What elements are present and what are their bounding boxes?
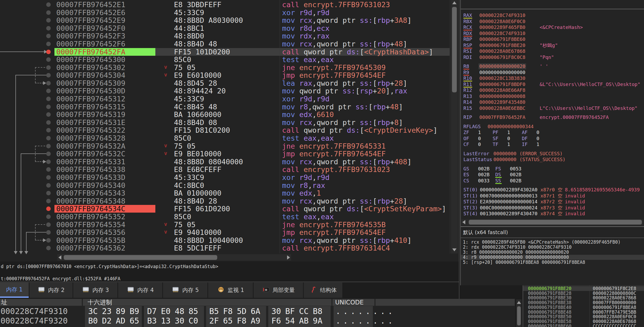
dump-byte[interactable]: AB <box>189 326 198 327</box>
segment-row[interactable]: CS0033SS002B <box>461 178 644 184</box>
disasm-row[interactable]: 00007FFB9764530085C0test eax,eax <box>0 56 450 63</box>
breakpoint-dot-icon[interactable] <box>46 50 51 54</box>
dump-byte[interactable]: 6A <box>251 307 260 316</box>
argument-row[interactable]: 1: rcx 000002289F465FB0 <&CPCreateHash> … <box>461 240 644 245</box>
bytes-cell[interactable]: E8 3DBDFEFF <box>174 1 221 8</box>
register-row-rbx[interactable]: RBX00000228A0E6F0C0 <box>461 19 644 25</box>
disasm-row[interactable]: 00007FFB9764532885C0test eax,eax <box>0 134 450 142</box>
flags-row[interactable]: OF0SF0DF0 <box>461 136 644 142</box>
address-cell[interactable]: 00007FFB97645328 <box>54 134 155 142</box>
breakpoint-slot-icon[interactable] <box>46 57 51 62</box>
instruction-cell[interactable]: xor r9d,r9d <box>282 9 330 16</box>
register-row-r9[interactable]: R90000000000000000 <box>461 70 644 76</box>
address-cell[interactable]: 00007FFB9764535B <box>54 236 155 244</box>
bytes-cell[interactable]: 48:8B8D A8030000 <box>174 16 243 24</box>
address-cell[interactable]: 00007FFB9764532A <box>54 142 155 150</box>
register-row-rdx[interactable]: RDX00000228C74F9310 <box>461 31 644 37</box>
dump-byte[interactable]: AB <box>209 326 219 327</box>
dump-vscroll-thumb[interactable] <box>517 306 521 325</box>
register-row-r14[interactable]: R14000002289F435480 <box>461 99 644 105</box>
bytes-cell[interactable]: FF15 D81C0200 <box>174 126 230 134</box>
instruction-cell[interactable]: call qword ptr ds:[<CryptHashData>] <box>282 48 433 56</box>
instruction-cell[interactable]: mov rdx,rax <box>282 32 330 40</box>
register-row-r12[interactable]: R1200000228A0E66AF8 <box>461 87 644 93</box>
dump-header-address[interactable]: 址 <box>1 299 7 306</box>
address-cell[interactable]: 00007FFB97645312 <box>54 95 155 103</box>
bytes-cell[interactable]: 75 05 <box>174 142 195 150</box>
argument-row[interactable]: 2: rdx 00000228C74F9310 00000228C74F9310 <box>461 245 644 250</box>
register-row-r15[interactable]: R1500000228A0E6EBBCL"C:\\Users\\HelloCTF… <box>461 105 644 111</box>
register-row-rsp[interactable]: RSP0000006791F8BE20"杪鵭g" <box>461 42 644 49</box>
st-register-row[interactable]: ST(2)E2A90000000000000014x87r2空invalid <box>461 199 644 205</box>
instruction-cell[interactable]: call qword ptr ds:[<CryptSetKeyParam>] <box>282 205 446 213</box>
dump-byte[interactable]: C0 <box>189 316 198 326</box>
scroll-up-icon[interactable] <box>517 301 521 304</box>
bytes-cell[interactable]: BA 10660000 <box>174 111 221 118</box>
dump-byte[interactable]: 2F <box>209 316 219 326</box>
st-register-row[interactable]: ST(4)0013000002289F430470x87r4空invalid <box>461 211 644 217</box>
bytes-cell[interactable]: E9 BE010000 <box>174 150 221 158</box>
breakpoint-slot-icon[interactable] <box>46 199 51 203</box>
address-cell[interactable]: 00007FFB9764530D <box>54 87 155 95</box>
register-row-rdi[interactable]: RDI0000006791F8C0C8"Pqn" <box>461 54 644 61</box>
disasm-row[interactable]: 00007FFB97645362E8 5DC1FEFFcall encrypt.… <box>0 244 450 252</box>
dump-byte[interactable]: FB <box>116 326 125 327</box>
bytes-cell[interactable]: 48:8B8D 08040000 <box>174 158 243 166</box>
scroll-right-icon[interactable] <box>287 255 290 260</box>
dump-byte[interactable]: 3C <box>88 307 98 316</box>
address-cell[interactable]: 00007FFB97645300 <box>54 56 155 63</box>
dump-byte[interactable]: 30 <box>175 316 184 326</box>
address-cell[interactable]: 00007FFB97645338 <box>54 166 155 173</box>
disasm-hscrollbar[interactable] <box>57 254 291 261</box>
instruction-cell[interactable]: xor r9d,r9d <box>282 95 330 103</box>
stack-row[interactable]: 0000006791F8BE5000000228A0E6F0C0 <box>523 314 644 319</box>
instruction-cell[interactable]: test eax,eax <box>282 213 334 221</box>
instruction-cell[interactable]: mov rcx,qword ptr ss:[rbp+410] <box>282 236 412 244</box>
instruction-cell[interactable]: mov rcx,qword ptr ss:[rbp+408] <box>282 158 412 166</box>
address-cell[interactable]: 00007FFB97645343 <box>54 189 155 197</box>
stack-row[interactable]: 0000006791F8BE60CCCCCCCCCCCCCCCC <box>523 324 644 327</box>
dump-byte[interactable]: FB <box>88 326 98 327</box>
instruction-cell[interactable]: mov r8,qword ptr ss:[rbp+48] <box>282 103 403 111</box>
tab-内存-1[interactable]: 内存 1 <box>0 282 29 298</box>
dump-header-unicode[interactable]: UNICODE <box>335 299 364 306</box>
tab-内存-3[interactable]: 内存 3 <box>73 282 117 298</box>
address-cell[interactable]: 00007FFB976452F6 <box>54 40 155 48</box>
breakpoint-slot-icon[interactable] <box>46 160 51 164</box>
stack-row[interactable]: 0000006791F8BE3000000228A0E67868 <box>523 295 644 300</box>
instruction-cell[interactable]: call encrypt.7FFB976314C4 <box>282 244 390 252</box>
breakpoint-slot-icon[interactable] <box>46 136 51 140</box>
dump-byte[interactable]: 85 <box>189 307 198 316</box>
dump-byte[interactable]: 30 <box>271 307 281 316</box>
bytes-cell[interactable]: 75 05 <box>174 221 195 229</box>
instruction-cell[interactable]: jne encrypt.7FFB97645331 <box>282 142 386 150</box>
scroll-down-icon[interactable] <box>452 248 457 251</box>
dump-address[interactable]: 000228C74F9320 <box>1 316 68 326</box>
disasm-row[interactable]: 00007FFB9764530948:8D45 28lea rax,qword … <box>0 79 450 87</box>
bytes-cell[interactable]: 48:8D45 28 <box>174 79 217 87</box>
address-cell[interactable]: 00007FFB976452E1 <box>54 1 155 8</box>
disasm-row[interactable]: 00007FFB976452FAFF15 101D0200call qword … <box>0 48 450 56</box>
instruction-cell[interactable]: xor r9d,r9d <box>282 174 330 181</box>
bytes-cell[interactable]: 48:8B8D 10040000 <box>174 236 243 244</box>
breakpoint-slot-icon[interactable] <box>46 152 51 156</box>
breakpoint-slot-icon[interactable] <box>46 230 51 235</box>
breakpoint-slot-icon[interactable] <box>46 34 51 38</box>
dump-byte[interactable]: 89 <box>116 307 125 316</box>
registers-hscroll-thumb[interactable] <box>469 220 642 225</box>
breakpoint-slot-icon[interactable] <box>46 42 51 46</box>
tab-局部变量[interactable]: 局部变量 <box>254 282 303 298</box>
instruction-cell[interactable]: mov rcx,qword ptr ss:[rbp+8] <box>282 119 403 126</box>
bytes-cell[interactable]: E8 5DC1FEFF <box>174 244 221 252</box>
st-register-row[interactable]: ST(0)0000000002289F4302A0x87r0空8.6518589… <box>461 187 644 193</box>
breakpoint-slot-icon[interactable] <box>46 81 51 85</box>
address-cell[interactable]: 00007FFB97645309 <box>54 79 155 87</box>
register-row-rbp[interactable]: RBP0000006791F8BE60 <box>461 36 644 42</box>
breakpoint-slot-icon[interactable] <box>46 167 51 172</box>
breakpoint-slot-icon[interactable] <box>46 222 51 227</box>
breakpoint-slot-icon[interactable] <box>46 105 51 109</box>
dump-byte[interactable]: F8 <box>223 307 233 316</box>
bytes-cell[interactable]: E8 E6BCFEFF <box>174 166 221 173</box>
bytes-cell[interactable]: BA 01000000 <box>174 189 221 197</box>
tab-监视-1[interactable]: 监视 1 <box>208 282 253 298</box>
